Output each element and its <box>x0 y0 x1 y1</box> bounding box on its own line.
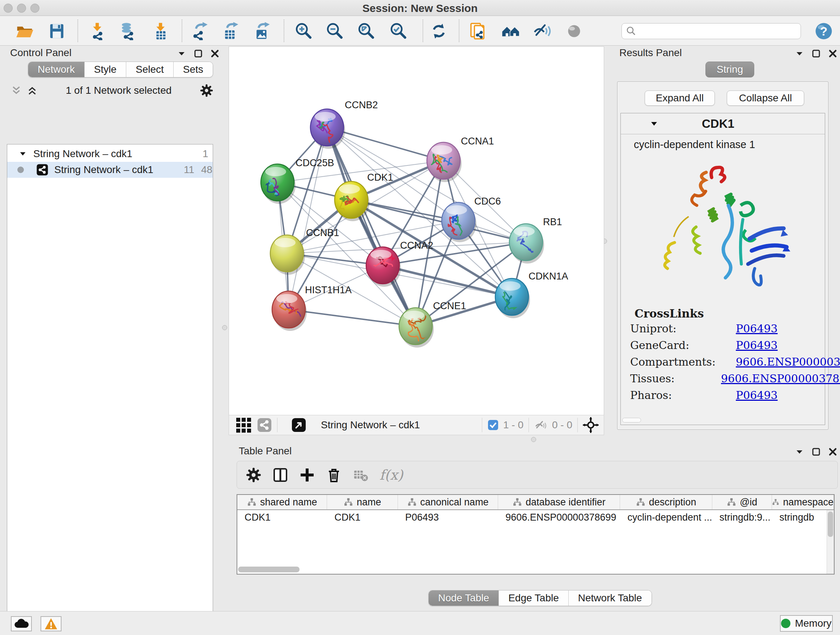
network-node-hist1h1a[interactable]: HIST1H1A <box>272 285 352 331</box>
expand-all-icon[interactable] <box>27 85 38 96</box>
zoom-in-icon[interactable] <box>294 21 314 42</box>
network-edge[interactable] <box>289 310 416 326</box>
tab-select[interactable]: Select <box>126 62 174 77</box>
hide-unhide-icon[interactable] <box>532 21 553 42</box>
table-cell[interactable]: CDK1 <box>237 510 327 525</box>
column-header-shared-name[interactable]: shared name <box>237 495 327 509</box>
collapse-all-icon[interactable] <box>11 85 22 96</box>
table-row[interactable]: CDK1CDK1P064939606.ENSP00000378699cyclin… <box>237 510 834 525</box>
panel-menu-icon[interactable] <box>795 448 804 456</box>
close-panel-icon[interactable] <box>829 448 837 456</box>
collapse-entry-icon[interactable] <box>650 119 658 128</box>
hidden-eye-icon[interactable] <box>534 418 548 432</box>
network-node-cdc25b[interactable]: CDC25B <box>261 157 334 204</box>
column-header-canonical-name[interactable]: canonical name <box>398 495 498 509</box>
zoom-selected-icon[interactable] <box>388 21 409 42</box>
import-table-icon[interactable] <box>151 21 172 42</box>
network-collection-row[interactable]: String Network – cdk1 1 <box>7 146 213 162</box>
panel-menu-icon[interactable] <box>795 49 804 58</box>
network-options-gear-icon[interactable] <box>200 84 213 97</box>
network-node-cdc6[interactable]: CDC6 <box>442 196 501 242</box>
network-node-ccne1[interactable]: CCNE1 <box>399 301 466 348</box>
crosslink-link[interactable]: 9606.ENSP00000378699 <box>736 356 840 368</box>
zoom-out-icon[interactable] <box>325 21 346 42</box>
tab-node-table[interactable]: Node Table <box>429 591 499 606</box>
close-panel-icon[interactable] <box>210 49 219 58</box>
column-header-description[interactable]: description <box>620 495 712 509</box>
share-view-icon[interactable] <box>257 417 272 432</box>
crosslink-link[interactable]: P06493 <box>736 339 778 352</box>
add-column-icon[interactable] <box>299 467 315 483</box>
home-networks-icon[interactable] <box>500 21 521 42</box>
export-network-icon[interactable] <box>189 21 210 42</box>
zoom-fit-icon[interactable] <box>356 21 377 42</box>
crosslink-link[interactable]: 9606.ENSP00000378699 <box>721 372 840 385</box>
import-network-icon[interactable] <box>88 21 109 42</box>
table-panel-title: Table Panel <box>239 445 292 456</box>
column-header--id[interactable]: @id <box>712 495 772 509</box>
crosslink-link[interactable]: P06493 <box>736 389 778 402</box>
status-bar: Memory <box>0 611 840 635</box>
network-edge[interactable] <box>327 127 416 326</box>
show-columns-icon[interactable] <box>272 467 288 483</box>
network-node-cdkn1a[interactable]: CDKN1A <box>495 271 568 318</box>
delete-column-icon[interactable] <box>326 467 342 483</box>
cloud-button[interactable] <box>11 616 32 631</box>
node-label: CCNA2 <box>400 240 433 251</box>
tab-style[interactable]: Style <box>85 62 126 77</box>
float-panel-icon[interactable] <box>812 448 821 456</box>
warning-button[interactable] <box>41 616 62 631</box>
network-canvas[interactable]: CCNB2CCNA1CDC25BCDK1CDC6RB1CCNB1CCNA2HIS… <box>229 46 604 415</box>
table-vscrollbar[interactable] <box>827 510 834 574</box>
memory-button[interactable]: Memory <box>780 615 833 632</box>
expand-all-button[interactable]: Expand All <box>645 90 715 106</box>
table-cell[interactable]: 9606.ENSP00000378699 <box>498 510 620 525</box>
network-node-ccnb2[interactable]: CCNB2 <box>310 100 378 149</box>
left-splitter-handle[interactable] <box>222 325 227 330</box>
column-header-namespace[interactable]: namespace <box>772 495 834 509</box>
node-table[interactable]: shared namenamecanonical namedatabase id… <box>237 494 835 575</box>
selected-checkbox-icon[interactable] <box>487 419 499 431</box>
center-network-icon[interactable] <box>583 417 599 433</box>
help-icon[interactable]: ? <box>813 21 834 42</box>
control-panel: Control Panel NetworkStyleSelectSets 1 o… <box>0 46 224 611</box>
tab-network-table[interactable]: Network Table <box>569 591 652 606</box>
column-header-name[interactable]: name <box>327 495 398 509</box>
results-hscrollbar[interactable] <box>622 418 641 423</box>
import-network-from-database-icon[interactable] <box>118 21 139 42</box>
tab-network[interactable]: Network <box>28 62 85 77</box>
grid-view-icon[interactable] <box>236 418 251 432</box>
string-network-graph[interactable]: CCNB2CCNA1CDC25BCDK1CDC6RB1CCNB1CCNA2HIS… <box>229 47 604 415</box>
export-image-icon[interactable] <box>251 21 272 42</box>
panel-menu-icon[interactable] <box>177 49 186 58</box>
crosslink-link[interactable]: P06493 <box>736 322 778 335</box>
string-import-icon[interactable] <box>468 21 489 42</box>
save-session-icon[interactable] <box>46 21 67 42</box>
float-panel-icon[interactable] <box>812 49 821 58</box>
search-input[interactable] <box>622 23 801 39</box>
collapse-all-button[interactable]: Collapse All <box>727 90 804 106</box>
network-edge[interactable] <box>289 127 327 310</box>
column-header-database-identifier[interactable]: database identifier <box>498 495 620 509</box>
float-panel-icon[interactable] <box>194 49 202 58</box>
tab-sets[interactable]: Sets <box>174 62 213 77</box>
open-session-icon[interactable] <box>14 21 35 42</box>
close-panel-icon[interactable] <box>829 49 837 58</box>
collection-expand-icon[interactable] <box>19 150 27 158</box>
tab-edge-table[interactable]: Edge Table <box>499 591 569 606</box>
export-table-icon[interactable] <box>220 21 241 42</box>
bottom-splitter-handle[interactable] <box>531 437 536 442</box>
table-cell[interactable]: P06493 <box>398 510 498 525</box>
table-cell[interactable]: CDK1 <box>327 510 398 525</box>
tab-string[interactable]: String <box>706 62 754 78</box>
table-cell[interactable]: cyclin-dependent ... <box>620 510 712 525</box>
birds-eye-view-icon[interactable] <box>291 417 306 432</box>
table-hscrollbar[interactable] <box>238 567 300 572</box>
refresh-icon[interactable] <box>428 21 449 42</box>
network-node-ccna1[interactable]: CCNA1 <box>427 136 494 182</box>
network-row-selected[interactable]: String Network – cdk1 11 48 <box>7 162 213 178</box>
table-cell[interactable]: stringdb <box>772 510 834 525</box>
table-settings-gear-icon[interactable] <box>246 467 262 483</box>
network-node-rb1[interactable]: RB1 <box>509 217 562 264</box>
table-cell[interactable]: stringdb:9... <box>712 510 772 525</box>
